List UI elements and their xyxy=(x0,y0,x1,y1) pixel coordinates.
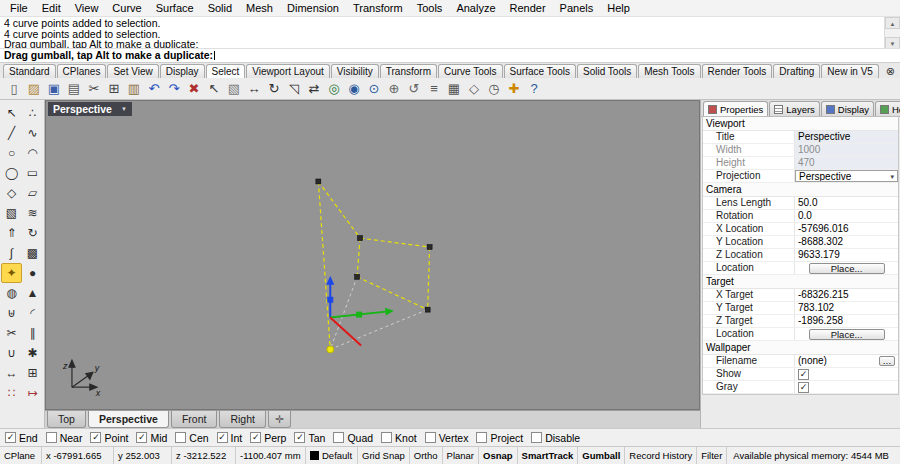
revolve-tool-icon[interactable]: ↻ xyxy=(22,223,43,243)
projection-select[interactable]: Perspective ▾ xyxy=(795,170,898,182)
osnap-tan[interactable]: ✓ Tan xyxy=(294,432,325,444)
osnap-point[interactable]: ✓ Point xyxy=(90,432,128,444)
toolbar-tab[interactable]: Standard xyxy=(3,64,56,78)
split-tool-icon[interactable]: ∥ xyxy=(22,323,43,343)
cut-icon[interactable]: ✂ xyxy=(84,79,104,99)
smarttrack-toggle[interactable]: SmartTrack xyxy=(518,447,579,464)
tab-display[interactable]: Display xyxy=(821,101,874,116)
selected-wireframe[interactable] xyxy=(318,181,429,349)
menu-item[interactable]: Curve xyxy=(105,0,148,16)
osnap-project[interactable]: Project xyxy=(476,432,523,444)
osnap-perp[interactable]: ✓ Perp xyxy=(250,432,286,444)
menu-item[interactable]: Mesh xyxy=(239,0,280,16)
y-target-field[interactable]: 783.102 xyxy=(795,302,898,314)
open-file-icon[interactable]: ▨ xyxy=(24,79,44,99)
tab-front[interactable]: Front xyxy=(171,411,218,428)
osnap-end[interactable]: ✓ End xyxy=(5,432,38,444)
new-viewport-tab-button[interactable]: ✛ xyxy=(268,411,291,428)
z-target-field[interactable]: -1896.258 xyxy=(795,315,898,327)
planar-toggle[interactable]: Planar xyxy=(443,447,479,464)
arc-tool-icon[interactable]: ◠ xyxy=(22,143,43,163)
x-target-field[interactable]: -68326.215 xyxy=(795,289,898,301)
rotation-field[interactable]: 0.0 xyxy=(795,210,898,222)
polygon-tool-icon[interactable]: ◇ xyxy=(1,183,22,203)
menu-item[interactable]: File xyxy=(3,0,35,16)
spotlight-tool-icon[interactable]: ✦ xyxy=(1,263,22,283)
osnap-near[interactable]: Near xyxy=(46,432,83,444)
boolean-tool-icon[interactable]: ⊎ xyxy=(1,303,22,323)
osnap-quad[interactable]: Quad xyxy=(333,432,373,444)
copy-tool-icon[interactable]: ⊞ xyxy=(22,363,43,383)
cplane-button[interactable]: CPlane xyxy=(0,447,42,464)
select-pointer-icon[interactable]: ↖ xyxy=(204,79,224,99)
trim-tool-icon[interactable]: ✂ xyxy=(1,323,22,343)
target-place-button[interactable]: Place... xyxy=(809,329,885,340)
scale-icon[interactable]: ◹ xyxy=(284,79,304,99)
menu-item[interactable]: Render xyxy=(503,0,553,16)
tab-help[interactable]: Help xyxy=(875,101,900,116)
close-toolbar-icon[interactable]: ⊗ xyxy=(884,64,897,78)
record-history-toggle[interactable]: Record History xyxy=(625,447,697,464)
x-location-field[interactable]: -57696.016 xyxy=(795,223,898,235)
save-icon[interactable]: ▣ xyxy=(44,79,64,99)
toolbar-tab[interactable]: Display xyxy=(160,64,205,78)
checkbox[interactable] xyxy=(381,432,392,443)
curve-tool-icon[interactable]: ∿ xyxy=(22,123,43,143)
fillet-tool-icon[interactable]: ◜ xyxy=(22,303,43,323)
tab-properties[interactable]: Properties xyxy=(703,101,768,116)
checkbox[interactable] xyxy=(531,432,542,443)
filter-toggle[interactable]: Filter xyxy=(697,447,727,464)
osnap-knot[interactable]: Knot xyxy=(381,432,417,444)
undo-view-icon[interactable]: ↺ xyxy=(404,79,424,99)
z-location-field[interactable]: 9633.179 xyxy=(795,249,898,261)
osnap-disable[interactable]: Disable xyxy=(531,432,580,444)
dimension-tool-icon[interactable]: ↦ xyxy=(22,383,43,403)
grid-snap-toggle[interactable]: Grid Snap xyxy=(358,447,410,464)
toolbar-tab[interactable]: Select xyxy=(206,64,246,78)
toolbar-tab[interactable]: Mesh Tools xyxy=(638,64,700,78)
scroll-up-icon[interactable]: ▲ xyxy=(885,17,900,29)
copy-icon[interactable]: ⊞ xyxy=(104,79,124,99)
wallpaper-show-checkbox[interactable]: ✓ xyxy=(798,369,809,380)
osnap-vertex[interactable]: Vertex xyxy=(425,432,469,444)
menu-item[interactable]: Surface xyxy=(149,0,201,16)
checkbox[interactable]: ✓ xyxy=(217,432,228,443)
help-icon[interactable]: ? xyxy=(524,79,544,99)
wallpaper-gray-checkbox[interactable]: ✓ xyxy=(798,382,809,393)
rectangle-tool-icon[interactable]: ▭ xyxy=(22,163,43,183)
select-window-icon[interactable]: ▧ xyxy=(224,79,244,99)
checkbox[interactable] xyxy=(46,432,57,443)
circle-tool-icon[interactable]: ○ xyxy=(1,143,22,163)
ortho-toggle[interactable]: Ortho xyxy=(410,447,443,464)
gumball[interactable] xyxy=(326,276,394,346)
browse-button[interactable]: … xyxy=(879,356,895,366)
zoom-selected-icon[interactable]: ⊙ xyxy=(364,79,384,99)
ellipse-tool-icon[interactable]: ◯ xyxy=(1,163,22,183)
command-history-scrollbar[interactable]: ▲ ▼ xyxy=(884,17,900,49)
toolbar-tab[interactable]: Viewport Layout xyxy=(246,64,330,78)
paste-icon[interactable]: ▥ xyxy=(124,79,144,99)
control-points[interactable] xyxy=(316,179,432,312)
menu-item[interactable]: Solid xyxy=(201,0,239,16)
perspective-viewport[interactable]: z y x Perspective ▼ xyxy=(45,100,700,410)
viewport-title[interactable]: Perspective ▼ xyxy=(48,102,132,116)
checkbox[interactable]: ✓ xyxy=(5,432,16,443)
menu-item[interactable]: Analyze xyxy=(449,0,502,16)
toolbar-tab[interactable]: Visibility xyxy=(331,64,379,78)
toolbar-tab[interactable]: New in V5 xyxy=(821,64,879,78)
checkbox[interactable] xyxy=(333,432,344,443)
toolbar-tab[interactable]: Curve Tools xyxy=(438,64,503,78)
undo-icon[interactable]: ↶ xyxy=(144,79,164,99)
checkbox[interactable]: ✓ xyxy=(136,432,147,443)
lens-length-field[interactable]: 50.0 xyxy=(795,197,898,209)
move-tool-icon[interactable]: ↔ xyxy=(1,363,22,383)
record-history-icon[interactable]: ◷ xyxy=(484,79,504,99)
menu-item[interactable]: Panels xyxy=(553,0,601,16)
menu-item[interactable]: Help xyxy=(600,0,637,16)
gumball-icon[interactable]: ✚ xyxy=(504,79,524,99)
gumball-z-arrow[interactable] xyxy=(326,276,334,285)
toolbar-tab[interactable]: CPlanes xyxy=(57,64,107,78)
osnap-int[interactable]: ✓ Int xyxy=(217,432,243,444)
toolbar-tab[interactable]: Set View xyxy=(107,64,158,78)
mirror-icon[interactable]: ⇄ xyxy=(304,79,324,99)
